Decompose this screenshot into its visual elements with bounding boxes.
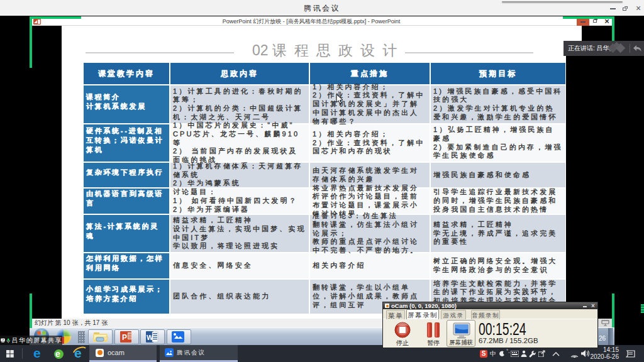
svg-text:P: P — [122, 333, 127, 342]
svg-text:W: W — [147, 334, 153, 341]
